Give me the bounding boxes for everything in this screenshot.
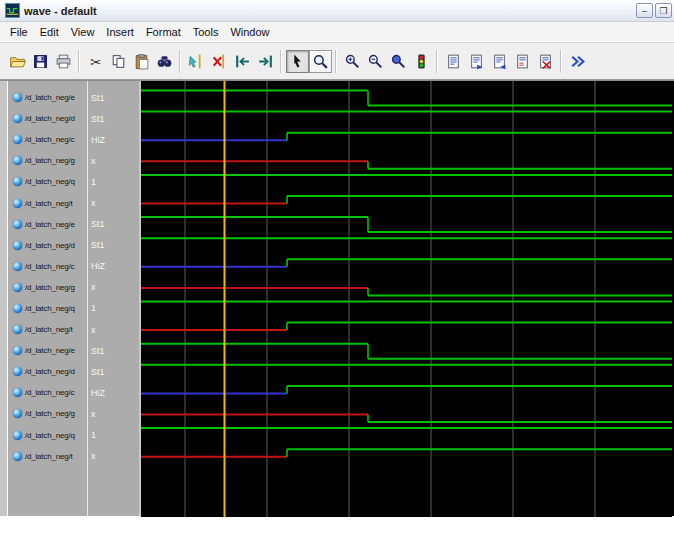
signal-gem-icon bbox=[13, 156, 22, 165]
signal-value-row: HiZ bbox=[88, 256, 139, 277]
signal-row[interactable]: /d_latch_neg/q bbox=[8, 425, 87, 446]
waveform-panel[interactable] bbox=[139, 81, 670, 516]
menu-item-edit[interactable]: Edit bbox=[34, 24, 65, 40]
minimize-button[interactable]: – bbox=[636, 3, 653, 18]
menu-item-view[interactable]: View bbox=[65, 24, 101, 40]
toolbar-group bbox=[182, 50, 281, 73]
signal-name: /d_latch_neg/g bbox=[25, 156, 75, 165]
signal-row[interactable]: /d_latch_neg/e bbox=[8, 214, 87, 235]
insert-cursor-button[interactable] bbox=[185, 50, 208, 73]
toolbar-group bbox=[563, 50, 592, 73]
signal-gem-icon bbox=[13, 346, 22, 355]
signal-row[interactable]: /d_latch_neg/c bbox=[8, 129, 87, 150]
signal-value: x bbox=[91, 451, 96, 461]
signal-name: /d_latch_neg/d bbox=[25, 114, 75, 123]
wave-append-icon bbox=[514, 53, 531, 70]
signal-row[interactable]: /d_latch_neg/t bbox=[8, 446, 87, 467]
print-icon bbox=[55, 53, 72, 70]
signal-value: St1 bbox=[91, 93, 105, 103]
signal-value: x bbox=[91, 156, 96, 166]
signal-value-row: HiZ bbox=[88, 129, 139, 150]
select-mode-button[interactable] bbox=[286, 50, 309, 73]
wave-export-button[interactable] bbox=[465, 50, 488, 73]
zoom-mode-icon bbox=[312, 53, 329, 70]
menu-item-file[interactable]: File bbox=[4, 24, 34, 40]
signal-row[interactable]: /d_latch_neg/g bbox=[8, 277, 87, 298]
title-bar[interactable]: wave - default – ❐ bbox=[0, 0, 674, 22]
wave-window: wave - default – ❐ FileEditViewInsertFor… bbox=[0, 0, 674, 533]
signal-gem-icon bbox=[13, 431, 22, 440]
advance-arrows-button[interactable] bbox=[566, 50, 589, 73]
signal-row[interactable]: /d_latch_neg/d bbox=[8, 361, 87, 382]
signal-value-row: x bbox=[88, 446, 139, 467]
zoom-full-button[interactable] bbox=[387, 50, 410, 73]
toolbar-group bbox=[283, 50, 336, 73]
find-next-transition-button[interactable] bbox=[254, 50, 277, 73]
signal-row[interactable]: /d_latch_neg/q bbox=[8, 298, 87, 319]
signal-name: /d_latch_neg/c bbox=[25, 388, 74, 397]
toolbar-group bbox=[3, 50, 79, 73]
paste-button[interactable] bbox=[130, 50, 153, 73]
signal-name: /d_latch_neg/c bbox=[25, 135, 74, 144]
menu-item-format[interactable]: Format bbox=[140, 24, 187, 40]
zoom-in-button[interactable] bbox=[341, 50, 364, 73]
save-button[interactable] bbox=[29, 50, 52, 73]
signal-row[interactable]: /d_latch_neg/t bbox=[8, 192, 87, 213]
copy-button[interactable] bbox=[107, 50, 130, 73]
print-button[interactable] bbox=[52, 50, 75, 73]
signal-row[interactable]: /d_latch_neg/c bbox=[8, 382, 87, 403]
signal-values-panel: St1St1HiZx1xSt1St1HiZx1xSt1St1HiZx1x bbox=[87, 81, 139, 516]
wave-import-button[interactable] bbox=[488, 50, 511, 73]
signal-value: HiZ bbox=[91, 261, 105, 271]
signal-name: /d_latch_neg/q bbox=[25, 431, 75, 440]
signal-value-row: x bbox=[88, 277, 139, 298]
signal-gem-icon bbox=[13, 325, 22, 334]
signal-row[interactable]: /d_latch_neg/c bbox=[8, 256, 87, 277]
signal-gem-icon bbox=[13, 262, 22, 271]
find-previous-transition-button[interactable] bbox=[231, 50, 254, 73]
signal-row[interactable]: /d_latch_neg/t bbox=[8, 319, 87, 340]
paste-icon bbox=[133, 53, 150, 70]
find-previous-transition-icon bbox=[234, 53, 251, 70]
zoom-out-button[interactable] bbox=[364, 50, 387, 73]
waveform-canvas[interactable] bbox=[141, 81, 672, 517]
stop-drawing-button[interactable] bbox=[410, 50, 433, 73]
signal-value: St1 bbox=[91, 346, 105, 356]
signal-row[interactable]: /d_latch_neg/q bbox=[8, 171, 87, 192]
toolbar-group bbox=[338, 50, 437, 73]
signal-value-row: 1 bbox=[88, 425, 139, 446]
signal-value-row: x bbox=[88, 192, 139, 213]
wave-delete-icon bbox=[537, 53, 554, 70]
advance-arrows-icon bbox=[569, 53, 586, 70]
cut-icon: ✂ bbox=[87, 53, 104, 70]
menu-item-tools[interactable]: Tools bbox=[187, 24, 225, 40]
signal-name: /d_latch_neg/g bbox=[25, 283, 75, 292]
signal-gem-icon bbox=[13, 135, 22, 144]
signal-name: /d_latch_neg/d bbox=[25, 367, 75, 376]
signal-value: St1 bbox=[91, 219, 105, 229]
signal-row[interactable]: /d_latch_neg/g bbox=[8, 150, 87, 171]
find-icon bbox=[156, 53, 173, 70]
signal-row[interactable]: /d_latch_neg/g bbox=[8, 403, 87, 424]
zoom-in-icon bbox=[344, 53, 361, 70]
signal-row[interactable]: /d_latch_neg/d bbox=[8, 235, 87, 256]
cut-button[interactable]: ✂ bbox=[84, 50, 107, 73]
find-button[interactable] bbox=[153, 50, 176, 73]
signal-row[interactable]: /d_latch_neg/e bbox=[8, 340, 87, 361]
signal-value: HiZ bbox=[91, 388, 105, 398]
signal-row[interactable]: /d_latch_neg/d bbox=[8, 108, 87, 129]
wave-list-button[interactable] bbox=[442, 50, 465, 73]
signal-row[interactable]: /d_latch_neg/e bbox=[8, 87, 87, 108]
delete-cursor-button[interactable] bbox=[208, 50, 231, 73]
wave-delete-button[interactable] bbox=[534, 50, 557, 73]
wave-append-button[interactable] bbox=[511, 50, 534, 73]
signal-value-row: St1 bbox=[88, 108, 139, 129]
menu-item-insert[interactable]: Insert bbox=[100, 24, 140, 40]
signal-gem-icon bbox=[13, 199, 22, 208]
maximize-button[interactable]: ❐ bbox=[655, 3, 672, 18]
menu-item-window[interactable]: Window bbox=[224, 24, 275, 40]
open-folder-button[interactable] bbox=[6, 50, 29, 73]
insert-cursor-icon bbox=[188, 53, 205, 70]
zoom-mode-button[interactable] bbox=[309, 50, 332, 73]
signal-value: 1 bbox=[91, 177, 96, 187]
